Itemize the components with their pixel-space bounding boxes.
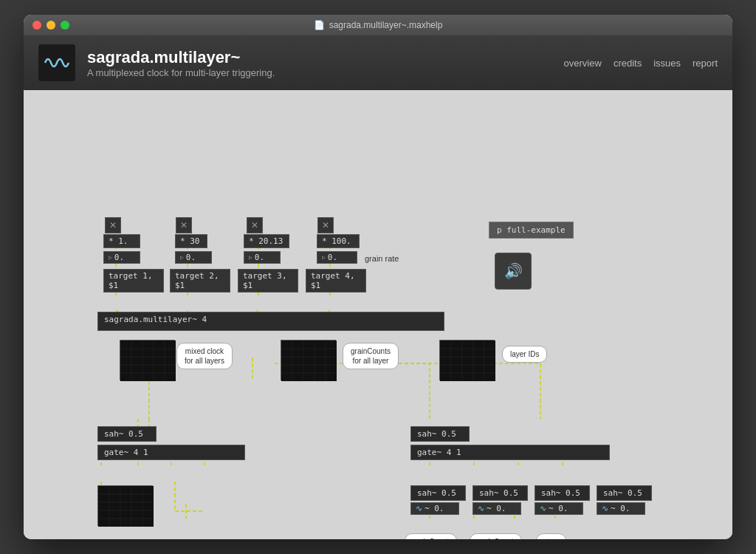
grain-count-layer2-label: grainCount for layer 2 — [470, 533, 522, 539]
window-title: 📄 sagrada.multilayer~.maxhelp — [314, 20, 443, 30]
sagrada-multilayer-obj[interactable]: sagrada.multilayer~ 4 — [97, 312, 444, 331]
app-window: 📄 sagrada.multilayer~.maxhelp sagrada.mu… — [24, 15, 732, 539]
toggle-2[interactable]: ✕ — [176, 217, 192, 233]
nav-report[interactable]: report — [693, 58, 718, 69]
matrix-mixed-clock — [120, 340, 175, 380]
close-button[interactable] — [32, 21, 41, 30]
logo — [38, 44, 75, 81]
mult-4[interactable]: * 100. — [317, 234, 360, 248]
patch-area: .cable { stroke: #c8d400; stroke-width: … — [24, 90, 732, 539]
grain-count-layer1-label: grainCount for layer 1 — [405, 533, 457, 539]
file-icon: 📄 — [314, 20, 325, 30]
target-msg-1[interactable]: target 1, $1 — [103, 269, 164, 293]
nav-overview[interactable]: overview — [564, 58, 602, 69]
maximize-button[interactable] — [61, 21, 69, 30]
sig-val-1[interactable]: ∿ ~ 0. — [410, 502, 459, 515]
svg-rect-18 — [440, 341, 495, 381]
window-controls[interactable] — [32, 21, 69, 30]
gate-right[interactable]: gate~ 4 1 — [410, 445, 610, 460]
toggle-4[interactable]: ✕ — [317, 217, 334, 233]
p-full-example-btn[interactable]: p full-example — [489, 222, 574, 239]
nav-issues[interactable]: issues — [653, 58, 681, 69]
mult-2[interactable]: * 30 — [175, 234, 207, 248]
grain-counts-label: grainCounts for all layer — [343, 343, 399, 369]
number-1[interactable]: ▷0. — [103, 251, 140, 264]
header-nav: overview credits issues report — [564, 58, 718, 69]
titlebar: 📄 sagrada.multilayer~.maxhelp — [24, 15, 732, 35]
speaker-button[interactable]: 🔊 — [495, 253, 532, 290]
header-text: sagrada.multilayer~ A multiplexed clock … — [87, 48, 275, 78]
etc-label: etc.. — [536, 533, 566, 539]
app-header: sagrada.multilayer~ A multiplexed clock … — [24, 35, 732, 90]
target-msg-2[interactable]: target 2, $1 — [170, 269, 230, 293]
gate-left[interactable]: gate~ 4 1 — [97, 445, 245, 460]
sig-val-2[interactable]: ∿ ~ 0. — [472, 502, 521, 515]
target-msg-3[interactable]: target 3, $1 — [238, 269, 298, 293]
number-4[interactable]: ▷0. — [317, 251, 357, 264]
number-2[interactable]: ▷0. — [175, 251, 212, 264]
number-3[interactable]: ▷0. — [244, 251, 281, 264]
mult-1[interactable]: * 1. — [103, 234, 140, 248]
layer-ids-label: layer IDs — [502, 346, 547, 363]
mixed-clock-label: mixed clock for all layers — [176, 343, 233, 369]
sig-val-4[interactable]: ∿ ~ 0. — [597, 502, 645, 515]
matrix-layer-ids — [439, 340, 495, 380]
app-name: sagrada.multilayer~ — [87, 48, 275, 67]
sah-center-right[interactable]: sah~ 0.5 — [410, 426, 470, 442]
header-left: sagrada.multilayer~ A multiplexed clock … — [38, 44, 275, 81]
target-msg-4[interactable]: target 4, $1 — [306, 269, 366, 293]
mult-3[interactable]: * 20.13 — [244, 234, 289, 248]
sah-r4[interactable]: sah~ 0.5 — [597, 485, 652, 501]
toggle-3[interactable]: ✕ — [247, 217, 263, 233]
minimize-button[interactable] — [47, 21, 55, 30]
matrix-clock-layers — [97, 485, 153, 526]
app-subtitle: A multiplexed clock for multi-layer trig… — [87, 67, 275, 78]
sah-r1[interactable]: sah~ 0.5 — [410, 485, 466, 501]
sah-r2[interactable]: sah~ 0.5 — [472, 485, 528, 501]
matrix-grain-counts — [281, 340, 336, 380]
nav-credits[interactable]: credits — [614, 58, 642, 69]
sig-val-3[interactable]: ∿ ~ 0. — [535, 502, 583, 515]
svg-rect-0 — [120, 341, 176, 381]
svg-rect-27 — [98, 486, 154, 527]
sah-left[interactable]: sah~ 0.5 — [97, 426, 157, 442]
sah-r3[interactable]: sah~ 0.5 — [535, 485, 590, 501]
svg-rect-9 — [281, 341, 337, 381]
grain-rate-label: grain rate — [365, 254, 399, 263]
toggle-1[interactable]: ✕ — [105, 217, 121, 233]
